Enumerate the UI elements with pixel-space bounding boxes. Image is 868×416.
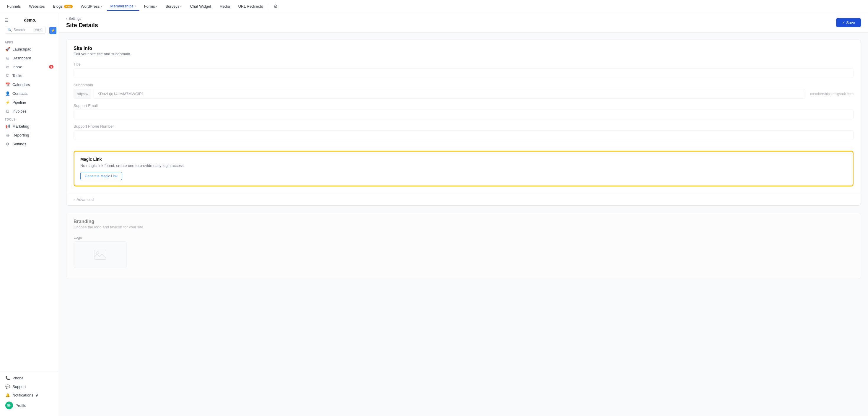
sidebar-item-label: Invoices <box>12 109 27 114</box>
support-email-input[interactable] <box>73 110 854 119</box>
sidebar-item-label: Notifications <box>12 393 33 397</box>
support-icon: 💬 <box>5 384 10 389</box>
site-info-title: Site Info <box>73 46 854 51</box>
nav-settings-icon[interactable]: ⚙ <box>271 2 280 11</box>
sidebar-item-reporting[interactable]: ◎ Reporting <box>1 130 58 140</box>
reporting-icon: ◎ <box>5 133 10 138</box>
menu-toggle-icon[interactable]: ☰ <box>5 18 8 23</box>
logo-placeholder[interactable] <box>73 241 127 268</box>
brand-name: demo. <box>24 18 36 23</box>
phone-icon: 📞 <box>5 376 10 380</box>
sidebar-item-pipeline[interactable]: ⚡ Pipeline <box>1 98 58 107</box>
sidebar-item-dashboard[interactable]: ⊞ Dashboard <box>1 54 58 62</box>
memberships-chevron-icon: ▾ <box>134 4 136 8</box>
site-info-header: Site Info Edit your site title and subdo… <box>66 40 861 56</box>
launchpad-icon: 🚀 <box>5 47 10 51</box>
search-bar[interactable]: 🔍 Search ctrl K <box>5 26 46 34</box>
sidebar: ☰ demo. 🔍 Search ctrl K ⚡ Apps 🚀 Launchp… <box>0 13 59 416</box>
title-input[interactable] <box>73 68 854 78</box>
nav-item-media[interactable]: Media <box>216 2 233 10</box>
branding-header: Branding Choose the logo and favicon for… <box>66 213 861 229</box>
tools-section-label: Tools <box>0 116 59 122</box>
branding-card: Branding Choose the logo and favicon for… <box>66 213 861 279</box>
magic-link-title: Magic Link <box>80 157 847 161</box>
support-phone-row: Support Phone Number <box>73 124 854 140</box>
sidebar-item-label: Dashboard <box>12 56 31 60</box>
advanced-label: Advanced <box>76 197 94 202</box>
sidebar-item-settings[interactable]: ⚙ Settings <box>1 140 58 148</box>
sidebar-item-phone[interactable]: 📞 Phone <box>1 374 58 382</box>
subdomain-row: https:// memberships.msgsndr.com <box>73 89 854 99</box>
nav-item-chatwidget[interactable]: Chat Widget <box>186 2 215 10</box>
wordpress-chevron-icon: ▾ <box>101 5 102 8</box>
sidebar-item-invoices[interactable]: 🗒 Invoices <box>1 107 58 116</box>
forms-chevron-icon: ▾ <box>156 5 157 8</box>
nav-item-websites[interactable]: Websites <box>25 2 48 10</box>
title-label: Title <box>73 62 854 66</box>
notifications-badge: 9 <box>36 393 38 397</box>
calendars-icon: 📅 <box>5 82 10 87</box>
sidebar-item-support[interactable]: 💬 Support <box>1 382 58 391</box>
search-shortcut: ctrl K <box>33 28 43 32</box>
branding-title: Branding <box>73 219 854 224</box>
magic-link-box: Magic Link No magic link found, create o… <box>73 151 854 186</box>
nav-item-memberships[interactable]: Memberships ▾ <box>107 2 140 11</box>
support-phone-input[interactable] <box>73 130 854 140</box>
sidebar-item-notifications[interactable]: 🔔 Notifications 9 <box>1 391 58 399</box>
avatar: GH <box>5 402 13 409</box>
sidebar-item-launchpad[interactable]: 🚀 Launchpad <box>1 44 58 54</box>
breadcrumb-arrow: ‹ <box>66 17 67 21</box>
nav-item-blogs[interactable]: Blogs New <box>49 2 76 10</box>
subdomain-suffix: memberships.msgsndr.com <box>810 92 854 96</box>
tasks-icon: ☑ <box>5 73 10 78</box>
sidebar-item-label: Profile <box>16 403 26 408</box>
search-icon: 🔍 <box>7 28 12 32</box>
subdomain-input[interactable] <box>94 89 805 99</box>
svg-rect-1 <box>94 250 106 259</box>
sidebar-item-label: Support <box>12 384 26 389</box>
sidebar-item-calendars[interactable]: 📅 Calendars <box>1 80 58 89</box>
support-email-label: Support Email <box>73 103 854 108</box>
subdomain-field-row: Subdomain https:// memberships.msgsndr.c… <box>73 83 854 99</box>
generate-magic-link-button[interactable]: Generate Magic Link <box>80 172 122 180</box>
sidebar-item-label: Phone <box>12 376 24 380</box>
nav-item-urlredirects[interactable]: URL Redirects <box>235 2 267 10</box>
sidebar-item-contacts[interactable]: 👤 Contacts <box>1 89 58 98</box>
sidebar-item-label: Inbox <box>12 65 22 69</box>
sidebar-item-inbox[interactable]: ✉ Inbox 0 <box>1 62 58 71</box>
advanced-chevron-icon: › <box>73 197 75 202</box>
site-info-card: Site Info Edit your site title and subdo… <box>66 39 861 206</box>
invoices-icon: 🗒 <box>5 109 10 114</box>
branding-body: Logo <box>66 229 861 278</box>
search-label: Search <box>13 28 25 32</box>
breadcrumb[interactable]: ‹ Settings <box>66 17 98 21</box>
sidebar-top-row: 🔍 Search ctrl K ⚡ <box>0 24 59 38</box>
nav-item-surveys[interactable]: Surveys ▾ <box>162 2 185 10</box>
contacts-icon: 👤 <box>5 91 10 96</box>
site-info-desc: Edit your site title and subdomain. <box>73 52 854 56</box>
surveys-chevron-icon: ▾ <box>180 5 182 8</box>
site-info-body: Title Subdomain https:// memberships.msg… <box>66 56 861 151</box>
sidebar-item-label: Marketing <box>12 124 29 128</box>
sidebar-item-label: Reporting <box>12 133 29 138</box>
nav-item-wordpress[interactable]: WordPress ▾ <box>78 2 106 10</box>
page-title: Site Details <box>66 22 98 29</box>
support-email-row: Support Email <box>73 103 854 119</box>
nav-item-forms[interactable]: Forms ▾ <box>141 2 161 10</box>
sidebar-item-marketing[interactable]: 📢 Marketing <box>1 122 58 130</box>
subdomain-prefix: https:// <box>73 89 91 99</box>
flash-icon[interactable]: ⚡ <box>49 27 56 34</box>
sidebar-item-profile[interactable]: GH Profile <box>1 399 58 411</box>
sidebar-item-tasks[interactable]: ☑ Tasks <box>1 71 58 80</box>
sidebar-item-label: Launchpad <box>12 47 31 51</box>
sidebar-item-label: Calendars <box>12 83 30 87</box>
save-button[interactable]: ✓ Save <box>836 18 861 27</box>
nav-item-funnels[interactable]: Funnels <box>4 2 24 10</box>
branding-desc: Choose the logo and favicon for your sit… <box>73 225 854 229</box>
main-content: ‹ Settings Site Details ✓ Save Site Info… <box>59 13 868 416</box>
blogs-new-badge: New <box>64 5 73 8</box>
advanced-row[interactable]: › Advanced <box>66 194 861 205</box>
top-navigation: Funnels Websites Blogs New WordPress ▾ M… <box>0 0 868 13</box>
inbox-badge: 0 <box>49 65 54 68</box>
logo-label: Logo <box>73 235 854 240</box>
